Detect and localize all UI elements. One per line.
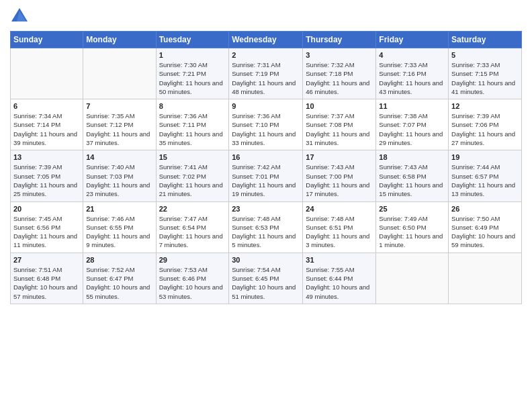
calendar-cell: 18Sunrise: 7:43 AM Sunset: 6:58 PM Dayli… bbox=[376, 150, 449, 201]
day-number: 1 bbox=[159, 51, 226, 59]
calendar-cell: 29Sunrise: 7:53 AM Sunset: 6:46 PM Dayli… bbox=[156, 253, 229, 304]
calendar-cell: 8Sunrise: 7:36 AM Sunset: 7:11 PM Daylig… bbox=[156, 99, 229, 150]
day-info: Sunrise: 7:36 AM Sunset: 7:11 PM Dayligh… bbox=[159, 111, 226, 147]
calendar-cell: 13Sunrise: 7:39 AM Sunset: 7:05 PM Dayli… bbox=[11, 150, 83, 201]
day-info: Sunrise: 7:39 AM Sunset: 7:05 PM Dayligh… bbox=[13, 163, 80, 198]
page-header bbox=[10, 7, 522, 26]
calendar-cell: 12Sunrise: 7:39 AM Sunset: 7:06 PM Dayli… bbox=[449, 99, 522, 150]
day-number: 27 bbox=[13, 256, 80, 264]
day-number: 18 bbox=[379, 153, 445, 161]
calendar-week-row: 6Sunrise: 7:34 AM Sunset: 7:14 PM Daylig… bbox=[11, 99, 522, 150]
calendar-week-row: 1Sunrise: 7:30 AM Sunset: 7:21 PM Daylig… bbox=[11, 48, 522, 99]
calendar-cell: 1Sunrise: 7:30 AM Sunset: 7:21 PM Daylig… bbox=[156, 48, 229, 99]
day-info: Sunrise: 7:53 AM Sunset: 6:46 PM Dayligh… bbox=[159, 265, 226, 301]
day-info: Sunrise: 7:41 AM Sunset: 7:02 PM Dayligh… bbox=[159, 163, 226, 198]
logo-icon bbox=[10, 7, 29, 26]
day-info: Sunrise: 7:47 AM Sunset: 6:54 PM Dayligh… bbox=[159, 214, 226, 250]
calendar-cell: 25Sunrise: 7:49 AM Sunset: 6:50 PM Dayli… bbox=[376, 201, 449, 253]
calendar-day-header: Friday bbox=[376, 32, 449, 48]
calendar-cell: 26Sunrise: 7:50 AM Sunset: 6:49 PM Dayli… bbox=[449, 201, 522, 253]
calendar-cell: 10Sunrise: 7:37 AM Sunset: 7:08 PM Dayli… bbox=[303, 99, 376, 150]
day-info: Sunrise: 7:42 AM Sunset: 7:01 PM Dayligh… bbox=[232, 163, 300, 198]
calendar-cell: 31Sunrise: 7:55 AM Sunset: 6:44 PM Dayli… bbox=[303, 253, 376, 304]
calendar-cell: 22Sunrise: 7:47 AM Sunset: 6:54 PM Dayli… bbox=[156, 201, 229, 253]
day-number: 13 bbox=[13, 153, 80, 161]
calendar-cell bbox=[11, 48, 83, 99]
calendar-cell: 6Sunrise: 7:34 AM Sunset: 7:14 PM Daylig… bbox=[11, 99, 83, 150]
day-number: 30 bbox=[232, 256, 300, 264]
calendar-cell: 30Sunrise: 7:54 AM Sunset: 6:45 PM Dayli… bbox=[229, 253, 303, 304]
calendar-cell: 14Sunrise: 7:40 AM Sunset: 7:03 PM Dayli… bbox=[83, 150, 156, 201]
calendar-cell: 9Sunrise: 7:36 AM Sunset: 7:10 PM Daylig… bbox=[229, 99, 303, 150]
calendar-day-header: Tuesday bbox=[156, 32, 229, 48]
day-info: Sunrise: 7:46 AM Sunset: 6:55 PM Dayligh… bbox=[86, 214, 152, 250]
calendar-cell: 16Sunrise: 7:42 AM Sunset: 7:01 PM Dayli… bbox=[229, 150, 303, 201]
day-number: 12 bbox=[451, 102, 519, 110]
day-info: Sunrise: 7:35 AM Sunset: 7:12 PM Dayligh… bbox=[86, 111, 152, 147]
day-info: Sunrise: 7:37 AM Sunset: 7:08 PM Dayligh… bbox=[306, 111, 373, 147]
day-number: 22 bbox=[159, 205, 226, 213]
day-info: Sunrise: 7:40 AM Sunset: 7:03 PM Dayligh… bbox=[86, 163, 152, 198]
day-info: Sunrise: 7:54 AM Sunset: 6:45 PM Dayligh… bbox=[232, 265, 300, 301]
day-info: Sunrise: 7:30 AM Sunset: 7:21 PM Dayligh… bbox=[159, 60, 226, 96]
day-info: Sunrise: 7:44 AM Sunset: 6:57 PM Dayligh… bbox=[451, 163, 519, 198]
calendar-cell bbox=[449, 253, 522, 304]
calendar-week-row: 20Sunrise: 7:45 AM Sunset: 6:56 PM Dayli… bbox=[11, 201, 522, 253]
day-number: 21 bbox=[86, 205, 152, 213]
day-number: 6 bbox=[13, 102, 80, 110]
calendar-cell: 11Sunrise: 7:38 AM Sunset: 7:07 PM Dayli… bbox=[376, 99, 449, 150]
day-info: Sunrise: 7:45 AM Sunset: 6:56 PM Dayligh… bbox=[13, 214, 80, 250]
day-number: 25 bbox=[379, 205, 445, 213]
calendar-day-header: Saturday bbox=[449, 32, 522, 48]
day-info: Sunrise: 7:50 AM Sunset: 6:49 PM Dayligh… bbox=[451, 214, 519, 250]
day-number: 29 bbox=[159, 256, 226, 264]
day-number: 26 bbox=[451, 205, 519, 213]
day-info: Sunrise: 7:49 AM Sunset: 6:50 PM Dayligh… bbox=[379, 214, 445, 250]
day-number: 7 bbox=[86, 102, 152, 110]
calendar-table: SundayMondayTuesdayWednesdayThursdayFrid… bbox=[10, 31, 522, 304]
day-number: 28 bbox=[86, 256, 152, 264]
day-info: Sunrise: 7:36 AM Sunset: 7:10 PM Dayligh… bbox=[232, 111, 300, 147]
calendar-cell: 23Sunrise: 7:48 AM Sunset: 6:53 PM Dayli… bbox=[229, 201, 303, 253]
calendar-cell: 17Sunrise: 7:43 AM Sunset: 7:00 PM Dayli… bbox=[303, 150, 376, 201]
calendar-header-row: SundayMondayTuesdayWednesdayThursdayFrid… bbox=[11, 32, 522, 48]
day-number: 16 bbox=[232, 153, 300, 161]
calendar-cell: 3Sunrise: 7:32 AM Sunset: 7:18 PM Daylig… bbox=[303, 48, 376, 99]
calendar-week-row: 27Sunrise: 7:51 AM Sunset: 6:48 PM Dayli… bbox=[11, 253, 522, 304]
day-info: Sunrise: 7:52 AM Sunset: 6:47 PM Dayligh… bbox=[86, 265, 152, 301]
day-number: 10 bbox=[306, 102, 373, 110]
day-number: 24 bbox=[306, 205, 373, 213]
day-info: Sunrise: 7:33 AM Sunset: 7:15 PM Dayligh… bbox=[451, 60, 519, 96]
day-info: Sunrise: 7:31 AM Sunset: 7:19 PM Dayligh… bbox=[232, 60, 300, 96]
calendar-cell bbox=[83, 48, 156, 99]
calendar-cell: 5Sunrise: 7:33 AM Sunset: 7:15 PM Daylig… bbox=[449, 48, 522, 99]
calendar-cell: 15Sunrise: 7:41 AM Sunset: 7:02 PM Dayli… bbox=[156, 150, 229, 201]
calendar-day-header: Wednesday bbox=[229, 32, 303, 48]
calendar-cell: 21Sunrise: 7:46 AM Sunset: 6:55 PM Dayli… bbox=[83, 201, 156, 253]
day-info: Sunrise: 7:32 AM Sunset: 7:18 PM Dayligh… bbox=[306, 60, 373, 96]
day-info: Sunrise: 7:39 AM Sunset: 7:06 PM Dayligh… bbox=[451, 111, 519, 147]
calendar-cell: 7Sunrise: 7:35 AM Sunset: 7:12 PM Daylig… bbox=[83, 99, 156, 150]
day-info: Sunrise: 7:48 AM Sunset: 6:51 PM Dayligh… bbox=[306, 214, 373, 250]
calendar-day-header: Monday bbox=[83, 32, 156, 48]
calendar-cell: 2Sunrise: 7:31 AM Sunset: 7:19 PM Daylig… bbox=[229, 48, 303, 99]
calendar-day-header: Thursday bbox=[303, 32, 376, 48]
calendar-cell: 4Sunrise: 7:33 AM Sunset: 7:16 PM Daylig… bbox=[376, 48, 449, 99]
calendar-cell: 27Sunrise: 7:51 AM Sunset: 6:48 PM Dayli… bbox=[11, 253, 83, 304]
day-info: Sunrise: 7:43 AM Sunset: 7:00 PM Dayligh… bbox=[306, 163, 373, 198]
calendar-cell: 19Sunrise: 7:44 AM Sunset: 6:57 PM Dayli… bbox=[449, 150, 522, 201]
day-info: Sunrise: 7:34 AM Sunset: 7:14 PM Dayligh… bbox=[13, 111, 80, 147]
day-info: Sunrise: 7:43 AM Sunset: 6:58 PM Dayligh… bbox=[379, 163, 445, 198]
day-number: 15 bbox=[159, 153, 226, 161]
day-info: Sunrise: 7:55 AM Sunset: 6:44 PM Dayligh… bbox=[306, 265, 373, 301]
day-number: 20 bbox=[13, 205, 80, 213]
day-info: Sunrise: 7:38 AM Sunset: 7:07 PM Dayligh… bbox=[379, 111, 445, 147]
calendar-day-header: Sunday bbox=[11, 32, 83, 48]
calendar-cell: 28Sunrise: 7:52 AM Sunset: 6:47 PM Dayli… bbox=[83, 253, 156, 304]
logo bbox=[10, 7, 32, 26]
day-number: 14 bbox=[86, 153, 152, 161]
day-number: 23 bbox=[232, 205, 300, 213]
calendar-cell: 20Sunrise: 7:45 AM Sunset: 6:56 PM Dayli… bbox=[11, 201, 83, 253]
day-number: 8 bbox=[159, 102, 226, 110]
day-number: 4 bbox=[379, 51, 445, 59]
